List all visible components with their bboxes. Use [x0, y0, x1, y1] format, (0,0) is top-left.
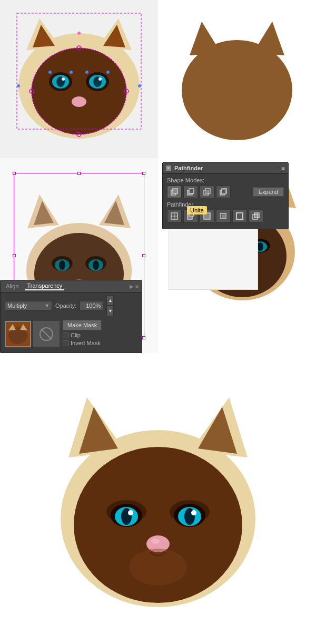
trim-button[interactable]: [183, 210, 198, 222]
unite-icon: [170, 188, 179, 196]
svg-rect-63: [189, 189, 194, 193]
invert-mask-checkbox-label[interactable]: Invert Mask: [63, 340, 102, 346]
svg-rect-66: [205, 190, 209, 193]
pathfinder-op-buttons: [167, 210, 284, 222]
svg-rect-74: [189, 213, 194, 216]
top-row: [0, 0, 316, 158]
align-transparency-panel: Align Transparency ▶ ≡ Multiply ▼ Opacit…: [0, 280, 142, 353]
mask-options: Make Mask Clip Invert Mask: [63, 320, 102, 346]
final-cat-svg: [47, 377, 269, 620]
svg-point-38: [59, 260, 65, 270]
minus-front-icon: [186, 188, 195, 196]
intersect-icon: [203, 188, 211, 196]
panel-titlebar: Align Transparency ▶ ≡: [1, 280, 142, 292]
mask-thumb-svg: [38, 326, 54, 342]
opacity-up-stepper[interactable]: ▲: [106, 295, 114, 306]
cat-silhouette-svg: [176, 12, 298, 147]
svg-point-28: [182, 40, 292, 140]
transparency-tab[interactable]: Transparency: [25, 282, 64, 290]
thumbnails-area: [5, 321, 60, 347]
pathfinder-panel: × Pathfinder ≡ Shape Modes:: [162, 162, 289, 229]
minus-front-button[interactable]: [183, 186, 198, 198]
cat-panel-top-left: [0, 0, 158, 158]
svg-marker-30: [253, 22, 284, 55]
exclude-button[interactable]: [216, 186, 231, 198]
svg-point-98: [151, 539, 160, 544]
minus-back-button[interactable]: [249, 210, 263, 222]
svg-rect-79: [254, 213, 259, 218]
pathfinder-title: × Pathfinder: [166, 165, 203, 171]
blend-mode-dropdown[interactable]: Multiply ▼: [5, 301, 52, 310]
clip-checkbox-label[interactable]: Clip: [63, 332, 102, 338]
cat-panel-top-right: [158, 0, 316, 158]
svg-rect-61: [173, 189, 177, 193]
dropdown-arrow-icon: ▼: [45, 303, 50, 308]
svg-point-15: [72, 96, 86, 107]
pathfinder-close-button[interactable]: ×: [166, 165, 171, 171]
svg-point-20: [77, 32, 81, 35]
svg-point-92: [128, 510, 133, 515]
svg-point-22: [138, 84, 141, 87]
pathfinder-label: Pathfinder: [167, 201, 284, 208]
unite-button[interactable]: [167, 186, 182, 198]
opacity-down-stepper[interactable]: ▼: [106, 306, 114, 316]
svg-marker-45: [8, 324, 16, 330]
cat-panel-mid-left: Align Transparency ▶ ≡ Multiply ▼ Opacit…: [0, 158, 158, 353]
svg-point-14: [98, 77, 102, 81]
mask-thumbnail[interactable]: [33, 321, 60, 347]
middle-row: Align Transparency ▶ ≡ Multiply ▼ Opacit…: [0, 158, 316, 353]
svg-point-26: [85, 71, 88, 74]
align-tab[interactable]: Align: [4, 282, 21, 290]
pathfinder-menu-button[interactable]: ≡: [282, 165, 285, 171]
make-mask-row: Make Mask Clip Invert Mask: [5, 319, 137, 347]
svg-point-24: [48, 71, 52, 74]
svg-point-40: [93, 260, 99, 270]
shape-modes-buttons: Expand: [167, 186, 284, 198]
pathfinder-body: Shape Modes:: [163, 174, 288, 229]
outline-button[interactable]: [232, 210, 247, 222]
panel-expand-icon[interactable]: ▶ ≡: [130, 284, 139, 289]
merge-button[interactable]: [200, 210, 214, 222]
blend-mode-row: Multiply ▼ Opacity: 100% ▲ ▼: [5, 295, 137, 316]
crop-icon: [219, 212, 228, 220]
layer-thumb-svg: [6, 322, 30, 346]
layer-thumbnail[interactable]: [5, 321, 31, 347]
merge-icon: [203, 212, 211, 220]
svg-point-99: [129, 549, 187, 586]
clip-checkbox[interactable]: [63, 333, 68, 338]
svg-marker-46: [20, 324, 27, 330]
svg-rect-77: [222, 214, 225, 218]
svg-point-25: [70, 71, 73, 74]
opacity-label: Opacity:: [55, 303, 76, 309]
invert-mask-checkbox[interactable]: [63, 340, 68, 346]
pathfinder-titlebar: × Pathfinder ≡: [163, 163, 288, 174]
outline-icon: [235, 212, 244, 220]
svg-rect-78: [236, 213, 243, 219]
divide-button[interactable]: [167, 210, 182, 222]
trim-icon: [186, 212, 195, 220]
cat-panel-mid-right: ✒ × Pathfinder ≡ Shape Modes:: [158, 158, 316, 353]
svg-point-21: [17, 84, 20, 87]
divide-icon: [170, 212, 179, 220]
expand-button[interactable]: Expand: [253, 187, 284, 197]
svg-point-10: [62, 77, 65, 81]
bottom-row: [0, 353, 316, 644]
svg-rect-75: [204, 213, 210, 219]
cat-selected-svg: [11, 8, 147, 150]
opacity-input[interactable]: 100%: [80, 301, 103, 310]
svg-rect-69: [222, 190, 225, 193]
svg-point-5: [32, 48, 126, 134]
crop-button[interactable]: [216, 210, 231, 222]
transparency-body: Multiply ▼ Opacity: 100% ▲ ▼: [1, 292, 142, 353]
exclude-icon: [219, 188, 228, 196]
svg-point-96: [191, 510, 196, 515]
make-mask-button[interactable]: Make Mask: [63, 320, 102, 330]
svg-point-27: [106, 71, 110, 74]
intersect-button[interactable]: [200, 186, 214, 198]
minus-back-icon: [252, 212, 260, 220]
svg-marker-29: [190, 22, 221, 55]
svg-line-48: [41, 329, 52, 339]
shape-modes-label: Shape Modes:: [167, 177, 284, 183]
